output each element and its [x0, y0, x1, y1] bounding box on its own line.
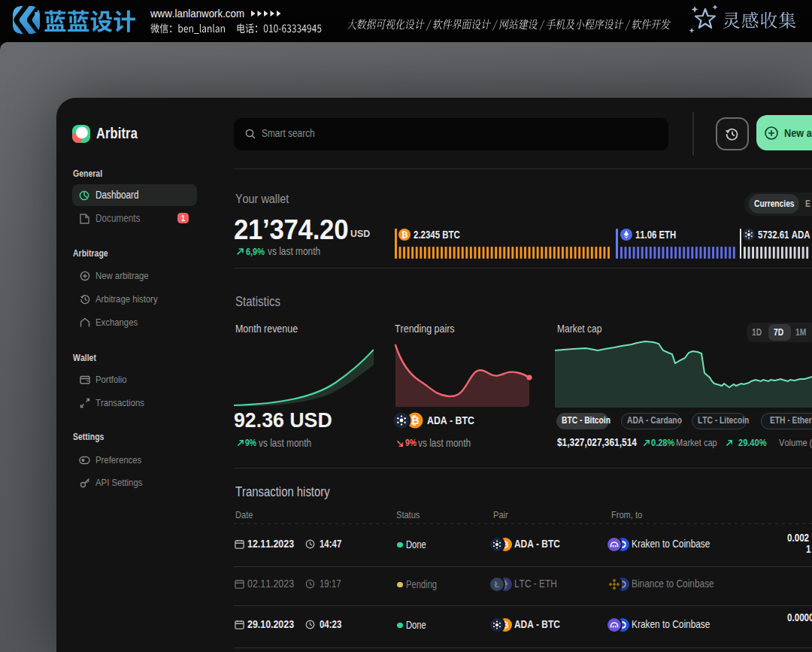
svg-text:₿: ₿ [411, 414, 419, 426]
svg-text:www.lanlanwork.com: www.lanlanwork.com [150, 8, 244, 20]
svg-text:Ł: Ł [495, 580, 500, 589]
svg-text:₿: ₿ [401, 230, 408, 239]
